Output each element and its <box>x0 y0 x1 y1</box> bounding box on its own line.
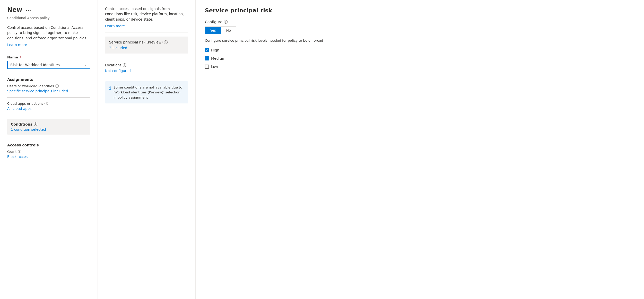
learn-more-link[interactable]: Learn more <box>7 43 27 47</box>
name-input-wrapper[interactable]: ✓ <box>7 61 90 69</box>
info-box-text: Some conditions are not available due to… <box>114 85 184 100</box>
locations-label: Locations i <box>105 63 188 67</box>
configure-toggle-group[interactable]: Yes No <box>205 27 236 34</box>
name-input[interactable] <box>10 63 84 67</box>
middle-learn-more-link[interactable]: Learn more <box>105 24 125 28</box>
conditions-block[interactable]: Conditions i 1 condition selected <box>7 119 90 135</box>
cloud-apps-label: Cloud apps or actions i <box>7 102 90 105</box>
assignments-heading: Assignments <box>7 77 90 82</box>
access-controls-heading: Access controls <box>7 143 90 147</box>
conditions-value-link[interactable]: 1 condition selected <box>11 127 46 131</box>
name-label: Name * <box>7 55 90 59</box>
high-checkmark: ✓ <box>206 49 208 52</box>
users-info-icon[interactable]: i <box>55 84 59 88</box>
service-principal-risk-label: Service principal risk (Preview) i <box>109 40 184 44</box>
users-value-link[interactable]: Specific service principals included <box>7 89 68 93</box>
high-checkbox[interactable]: ✓ <box>205 48 209 52</box>
service-principal-info-icon[interactable]: i <box>164 40 168 44</box>
middle-panel: Control access based on signals from con… <box>98 0 196 299</box>
grant-value-link[interactable]: Block access <box>7 155 29 159</box>
conditions-label: Conditions i <box>11 122 87 126</box>
medium-label: Medium <box>211 56 225 60</box>
low-checkbox[interactable] <box>205 65 209 69</box>
medium-checkmark: ✓ <box>206 57 208 60</box>
info-box: ℹ Some conditions are not available due … <box>105 81 188 104</box>
more-options-button[interactable] <box>25 9 32 11</box>
locations-row: Locations i Not configured <box>105 62 188 73</box>
configure-info-icon[interactable]: i <box>224 20 228 24</box>
right-panel-title: Service principal risk <box>205 7 635 14</box>
service-principal-risk-value[interactable]: 2 included <box>109 46 127 50</box>
required-indicator: * <box>20 55 22 59</box>
configure-description: Configure service principal risk levels … <box>205 38 635 43</box>
access-controls-section: Access controls Grant i Block access <box>7 143 90 159</box>
main-panel: New Conditional Access policy Control ac… <box>0 0 98 299</box>
medium-checkbox-row[interactable]: ✓ Medium <box>205 56 635 60</box>
grant-label: Grant i <box>7 150 90 154</box>
page-subtitle: Conditional Access policy <box>7 16 90 20</box>
yes-toggle-button[interactable]: Yes <box>205 27 221 34</box>
info-box-icon: ℹ <box>109 85 111 100</box>
conditions-info-icon[interactable]: i <box>34 122 37 126</box>
locations-info-icon[interactable]: i <box>123 63 126 67</box>
cloud-apps-info-icon[interactable]: i <box>45 102 48 105</box>
low-checkbox-row[interactable]: Low <box>205 65 635 69</box>
high-label: High <box>211 48 219 52</box>
middle-description: Control access based on signals from con… <box>105 6 188 22</box>
grant-info-icon[interactable]: i <box>18 150 21 153</box>
main-description: Control access based on Conditional Acce… <box>7 25 90 41</box>
medium-checkbox[interactable]: ✓ <box>205 56 209 60</box>
users-label: Users or workload identities i <box>7 84 90 88</box>
checkmark-icon: ✓ <box>84 63 87 67</box>
high-checkbox-row[interactable]: ✓ High <box>205 48 635 52</box>
cloud-apps-value-link[interactable]: All cloud apps <box>7 107 31 111</box>
configure-label: Configure i <box>205 20 635 24</box>
right-panel: Service principal risk Configure i Yes N… <box>196 0 644 299</box>
service-principal-risk-row[interactable]: Service principal risk (Preview) i 2 inc… <box>105 37 188 54</box>
locations-value[interactable]: Not configured <box>105 69 131 73</box>
low-label: Low <box>211 65 218 69</box>
page-title: New <box>7 6 22 13</box>
no-toggle-button[interactable]: No <box>221 27 236 34</box>
